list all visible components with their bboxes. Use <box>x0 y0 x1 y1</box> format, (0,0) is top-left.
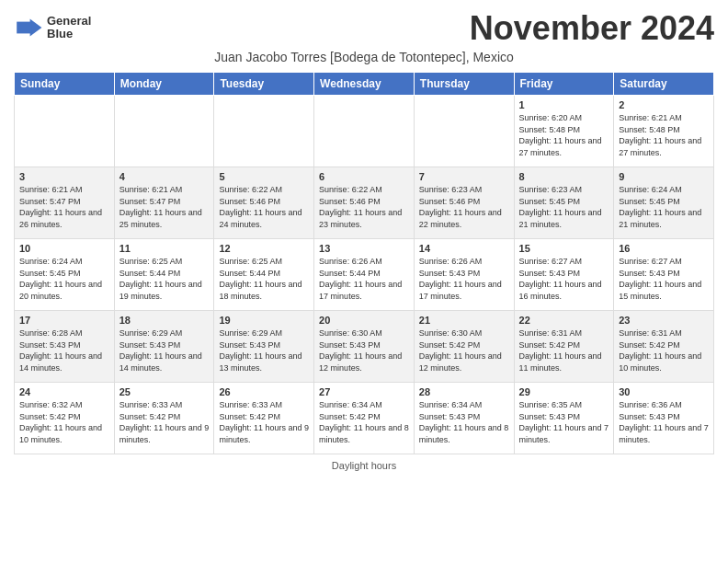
day-info: Sunrise: 6:23 AM Sunset: 5:46 PM Dayligh… <box>419 184 509 230</box>
day-number: 17 <box>19 315 109 326</box>
day-info: Sunrise: 6:26 AM Sunset: 5:44 PM Dayligh… <box>319 256 409 302</box>
calendar-day-12: 12Sunrise: 6:25 AM Sunset: 5:44 PM Dayli… <box>214 239 314 311</box>
day-info: Sunrise: 6:34 AM Sunset: 5:43 PM Dayligh… <box>419 399 509 445</box>
calendar-day-8: 8Sunrise: 6:23 AM Sunset: 5:45 PM Daylig… <box>514 167 614 239</box>
calendar-day-19: 19Sunrise: 6:29 AM Sunset: 5:43 PM Dayli… <box>214 311 314 383</box>
calendar-week-row: 17Sunrise: 6:28 AM Sunset: 5:43 PM Dayli… <box>15 311 714 383</box>
day-number: 10 <box>19 243 109 254</box>
day-info: Sunrise: 6:24 AM Sunset: 5:45 PM Dayligh… <box>619 184 709 230</box>
calendar-day-7: 7Sunrise: 6:23 AM Sunset: 5:46 PM Daylig… <box>414 167 514 239</box>
day-info: Sunrise: 6:21 AM Sunset: 5:47 PM Dayligh… <box>119 184 210 230</box>
calendar-day-25: 25Sunrise: 6:33 AM Sunset: 5:42 PM Dayli… <box>114 383 214 454</box>
calendar-day-5: 5Sunrise: 6:22 AM Sunset: 5:46 PM Daylig… <box>214 167 314 239</box>
page-subtitle: Juan Jacobo Torres [Bodega de Totontepec… <box>14 50 714 64</box>
day-info: Sunrise: 6:35 AM Sunset: 5:43 PM Dayligh… <box>519 399 609 445</box>
day-info: Sunrise: 6:29 AM Sunset: 5:43 PM Dayligh… <box>219 327 309 373</box>
day-number: 8 <box>519 171 609 182</box>
calendar-header-row: SundayMondayTuesdayWednesdayThursdayFrid… <box>15 73 714 96</box>
day-number: 20 <box>319 315 409 326</box>
month-title: November 2024 <box>470 9 714 48</box>
day-info: Sunrise: 6:29 AM Sunset: 5:43 PM Dayligh… <box>119 327 210 373</box>
day-info: Sunrise: 6:33 AM Sunset: 5:42 PM Dayligh… <box>119 399 210 445</box>
day-number: 12 <box>219 243 309 254</box>
day-number: 22 <box>519 315 609 326</box>
svg-rect-2 <box>17 22 31 34</box>
day-number: 26 <box>219 386 309 397</box>
page-header: General Blue November 2024 <box>14 9 714 48</box>
day-info: Sunrise: 6:20 AM Sunset: 5:48 PM Dayligh… <box>519 112 609 158</box>
day-number: 19 <box>219 315 309 326</box>
calendar-day-29: 29Sunrise: 6:35 AM Sunset: 5:43 PM Dayli… <box>514 383 614 454</box>
day-info: Sunrise: 6:28 AM Sunset: 5:43 PM Dayligh… <box>19 327 109 373</box>
calendar-empty <box>214 96 314 167</box>
day-number: 15 <box>519 243 609 254</box>
calendar-empty <box>414 96 514 167</box>
day-info: Sunrise: 6:33 AM Sunset: 5:42 PM Dayligh… <box>219 399 309 445</box>
day-number: 14 <box>419 243 509 254</box>
calendar-day-3: 3Sunrise: 6:21 AM Sunset: 5:47 PM Daylig… <box>15 167 115 239</box>
calendar-day-15: 15Sunrise: 6:27 AM Sunset: 5:43 PM Dayli… <box>514 239 614 311</box>
calendar-day-24: 24Sunrise: 6:32 AM Sunset: 5:42 PM Dayli… <box>15 383 115 454</box>
calendar-day-17: 17Sunrise: 6:28 AM Sunset: 5:43 PM Dayli… <box>15 311 115 383</box>
calendar-day-16: 16Sunrise: 6:27 AM Sunset: 5:43 PM Dayli… <box>614 239 714 311</box>
calendar-week-row: 10Sunrise: 6:24 AM Sunset: 5:45 PM Dayli… <box>15 239 714 311</box>
day-number: 9 <box>619 171 709 182</box>
calendar-week-row: 1Sunrise: 6:20 AM Sunset: 5:48 PM Daylig… <box>15 96 714 167</box>
day-number: 24 <box>19 386 109 397</box>
logo-icon <box>14 13 43 42</box>
day-number: 2 <box>619 99 709 110</box>
day-info: Sunrise: 6:26 AM Sunset: 5:43 PM Dayligh… <box>419 256 509 302</box>
calendar-day-20: 20Sunrise: 6:30 AM Sunset: 5:43 PM Dayli… <box>314 311 415 383</box>
day-number: 29 <box>519 386 609 397</box>
calendar-header-sunday: Sunday <box>15 73 115 96</box>
logo: General Blue <box>14 13 91 42</box>
calendar-header-wednesday: Wednesday <box>314 73 415 96</box>
day-number: 25 <box>119 386 210 397</box>
day-info: Sunrise: 6:24 AM Sunset: 5:45 PM Dayligh… <box>19 256 109 302</box>
calendar-header-thursday: Thursday <box>414 73 514 96</box>
calendar-day-27: 27Sunrise: 6:34 AM Sunset: 5:42 PM Dayli… <box>314 383 415 454</box>
day-info: Sunrise: 6:34 AM Sunset: 5:42 PM Dayligh… <box>319 399 409 445</box>
day-number: 23 <box>619 315 709 326</box>
calendar-day-13: 13Sunrise: 6:26 AM Sunset: 5:44 PM Dayli… <box>314 239 415 311</box>
calendar-day-28: 28Sunrise: 6:34 AM Sunset: 5:43 PM Dayli… <box>414 383 514 454</box>
calendar-day-14: 14Sunrise: 6:26 AM Sunset: 5:43 PM Dayli… <box>414 239 514 311</box>
calendar-day-18: 18Sunrise: 6:29 AM Sunset: 5:43 PM Dayli… <box>114 311 214 383</box>
day-number: 6 <box>319 171 409 182</box>
day-number: 30 <box>619 386 709 397</box>
calendar-day-10: 10Sunrise: 6:24 AM Sunset: 5:45 PM Dayli… <box>15 239 115 311</box>
day-number: 11 <box>119 243 210 254</box>
day-number: 5 <box>219 171 309 182</box>
day-info: Sunrise: 6:22 AM Sunset: 5:46 PM Dayligh… <box>219 184 309 230</box>
calendar-day-9: 9Sunrise: 6:24 AM Sunset: 5:45 PM Daylig… <box>614 167 714 239</box>
day-info: Sunrise: 6:21 AM Sunset: 5:47 PM Dayligh… <box>19 184 109 230</box>
day-info: Sunrise: 6:30 AM Sunset: 5:42 PM Dayligh… <box>419 327 509 373</box>
day-info: Sunrise: 6:22 AM Sunset: 5:46 PM Dayligh… <box>319 184 409 230</box>
calendar-empty <box>15 96 115 167</box>
logo-text: General Blue <box>47 15 91 41</box>
calendar-empty <box>114 96 214 167</box>
calendar-day-2: 2Sunrise: 6:21 AM Sunset: 5:48 PM Daylig… <box>614 96 714 167</box>
day-number: 18 <box>119 315 210 326</box>
day-number: 27 <box>319 386 409 397</box>
calendar-empty <box>314 96 415 167</box>
logo-line2: Blue <box>47 28 91 40</box>
day-number: 28 <box>419 386 509 397</box>
day-info: Sunrise: 6:25 AM Sunset: 5:44 PM Dayligh… <box>119 256 210 302</box>
day-number: 13 <box>319 243 409 254</box>
calendar-header-monday: Monday <box>114 73 214 96</box>
day-info: Sunrise: 6:30 AM Sunset: 5:43 PM Dayligh… <box>319 327 409 373</box>
day-info: Sunrise: 6:27 AM Sunset: 5:43 PM Dayligh… <box>619 256 709 302</box>
day-number: 4 <box>119 171 210 182</box>
calendar-header-friday: Friday <box>514 73 614 96</box>
calendar-day-30: 30Sunrise: 6:36 AM Sunset: 5:43 PM Dayli… <box>614 383 714 454</box>
calendar-day-23: 23Sunrise: 6:31 AM Sunset: 5:42 PM Dayli… <box>614 311 714 383</box>
calendar-week-row: 24Sunrise: 6:32 AM Sunset: 5:42 PM Dayli… <box>15 383 714 454</box>
day-number: 1 <box>519 99 609 110</box>
day-info: Sunrise: 6:23 AM Sunset: 5:45 PM Dayligh… <box>519 184 609 230</box>
calendar-day-21: 21Sunrise: 6:30 AM Sunset: 5:42 PM Dayli… <box>414 311 514 383</box>
day-number: 3 <box>19 171 109 182</box>
calendar-day-22: 22Sunrise: 6:31 AM Sunset: 5:42 PM Dayli… <box>514 311 614 383</box>
calendar-day-11: 11Sunrise: 6:25 AM Sunset: 5:44 PM Dayli… <box>114 239 214 311</box>
day-info: Sunrise: 6:21 AM Sunset: 5:48 PM Dayligh… <box>619 112 709 158</box>
